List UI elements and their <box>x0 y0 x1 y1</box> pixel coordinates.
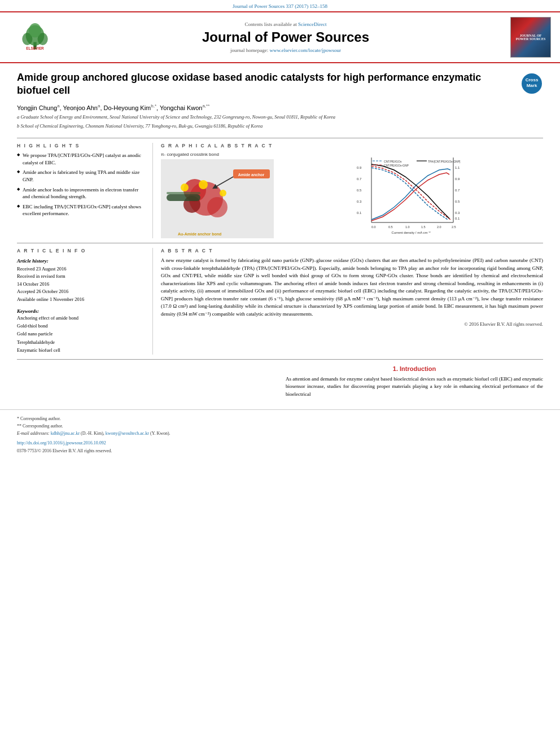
highlight-item-1: We propose TPA/[CNT/PEI/GOx-GNP] catalys… <box>17 152 145 166</box>
svg-text:0.9: 0.9 <box>357 166 362 169</box>
article-info-left: A R T I C L E I N F O Article history: R… <box>17 248 152 355</box>
keyword-5: Enzymatic biofuel cell <box>17 346 145 354</box>
highlight-item-2: Amide anchor is fabricated by using TPA … <box>17 169 145 183</box>
svg-text:0.3: 0.3 <box>455 211 460 215</box>
svg-text:0.5: 0.5 <box>357 189 362 192</box>
revised-label: Received in revised form <box>17 273 145 281</box>
ga-label: π- conjugated crosslink bond <box>161 152 350 157</box>
journal-citation: Journal of Power Sources 337 (2017) 152–… <box>233 3 327 9</box>
author-yongchai: Yongchai Kwon <box>160 104 202 111</box>
keyword-3: Gold nano particle <box>17 330 145 338</box>
elsevier-logo: ELSEVIER <box>18 23 52 52</box>
svg-text:0.5: 0.5 <box>388 225 393 229</box>
keyword-2: Gold-thiol bond <box>17 322 145 330</box>
science-direct-link[interactable]: ScienceDirect <box>298 21 326 27</box>
received-date: Received 23 August 2016 <box>17 265 145 273</box>
svg-text:TPA/[CNT/PEI/GOx-GNP]: TPA/[CNT/PEI/GOx-GNP] <box>428 160 461 163</box>
article-info-heading: A R T I C L E I N F O <box>17 248 145 254</box>
email-label: E-mail addresses: <box>17 431 50 436</box>
highlights-heading: H I G H L I G H T S <box>17 143 145 148</box>
author-do-heyoung: Do-Heyoung Kim <box>104 104 151 111</box>
svg-text:2.5: 2.5 <box>452 225 456 229</box>
ga-diagram-svg: Amide anchor Au-Amide anchor bond <box>161 159 274 238</box>
doi-link: http://dx.doi.org/10.1016/j.jpowsour.201… <box>17 440 543 447</box>
journal-header: ELSEVIER Contents lists available at Sci… <box>0 11 560 63</box>
email1-link[interactable]: kdhh@jnu.ac.kr <box>51 431 80 436</box>
email1-name: (D.-H. Kim), <box>81 431 104 436</box>
svg-point-17 <box>199 180 208 189</box>
keywords-list: Anchoring effect of amide bond Gold-thio… <box>17 314 145 355</box>
top-bar: Journal of Power Sources 337 (2017) 152–… <box>0 0 560 11</box>
article-title: Amide group anchored glucose oxidase bas… <box>17 71 510 98</box>
corresponding-1: * Corresponding author. <box>17 416 543 423</box>
authors: Yongjin Chunga, Yeonjoo Ahna, Do-Heyoung… <box>17 103 510 111</box>
keyword-4: Terephthalaldehyde <box>17 338 145 346</box>
email2-link[interactable]: kwony@seoultech.ac.kr <box>106 431 149 436</box>
abstract-heading: A B S T R A C T <box>161 248 543 254</box>
elsevier-logo-area: ELSEVIER <box>7 17 63 58</box>
page: Journal of Power Sources 337 (2017) 152–… <box>0 0 560 747</box>
svg-text:0.7: 0.7 <box>455 189 460 192</box>
crossmark-badge: Cross Mark <box>520 72 543 96</box>
svg-text:Cross: Cross <box>526 77 539 82</box>
svg-text:CNT/PEI/GOx-GNP: CNT/PEI/GOx-GNP <box>384 164 409 167</box>
svg-text:0.3: 0.3 <box>357 200 362 203</box>
intro-columns: 1. Introduction As attention and demands… <box>17 365 543 399</box>
author-yongjin: Yongjin Chung <box>17 104 57 111</box>
svg-text:Current density / mA cm⁻²: Current density / mA cm⁻² <box>391 231 430 234</box>
journal-url[interactable]: www.elsevier.com/locate/jpowsour <box>270 47 341 53</box>
svg-text:1.1: 1.1 <box>455 166 460 169</box>
graphical-abstract-section: G R A P H I C A L A B S T R A C T π- con… <box>152 143 543 238</box>
svg-text:1.5: 1.5 <box>421 225 426 229</box>
highlight-item-4: EBC including TPA/[CNT/PEI/GOx-GNP] cata… <box>17 203 145 217</box>
abstract-section: A B S T R A C T A new enzyme catalyst is… <box>152 248 543 355</box>
svg-text:Au-Amide anchor bond: Au-Amide anchor bond <box>178 232 221 236</box>
highlight-item-3: Amide anchor leads to improvements in el… <box>17 186 145 200</box>
ga-chart-svg: 0.9 0.7 0.5 0.3 0.1 1.1 0.9 0.7 0.5 0.3 … <box>355 152 465 237</box>
journal-cover-image: JOURNAL OF POWER SOURCES <box>510 17 551 58</box>
svg-point-16 <box>181 184 189 191</box>
svg-rect-23 <box>355 152 465 237</box>
svg-rect-15 <box>167 192 200 194</box>
contents-available: Contents lists available at ScienceDirec… <box>245 21 327 27</box>
ga-image-area: π- conjugated crosslink bond <box>161 152 350 238</box>
graphical-abstract-content: π- conjugated crosslink bond <box>161 152 543 238</box>
journal-cover-area: JOURNAL OF POWER SOURCES <box>508 17 553 58</box>
introduction-section: 1. Introduction As attention and demands… <box>0 360 560 404</box>
svg-text:2.0: 2.0 <box>437 225 441 229</box>
svg-rect-14 <box>167 194 200 201</box>
keywords-label: Keywords: <box>17 308 145 314</box>
graphical-abstract-heading: G R A P H I C A L A B S T R A C T <box>161 143 543 148</box>
journal-title: Journal of Power Sources <box>202 29 369 45</box>
svg-text:0.7: 0.7 <box>357 177 362 181</box>
svg-text:0.0: 0.0 <box>371 225 376 229</box>
doi-anchor[interactable]: http://dx.doi.org/10.1016/j.jpowsour.201… <box>17 440 106 445</box>
intro-col-right: 1. Introduction As attention and demands… <box>286 365 543 399</box>
article-title-section: Amide group anchored glucose oxidase bas… <box>0 63 560 138</box>
revised-date: 14 October 2016 <box>17 281 145 289</box>
affiliation-a: a Graduate School of Energy and Environm… <box>17 114 510 121</box>
abstract-text: A new enzyme catalyst is formed by fabri… <box>161 257 543 318</box>
svg-point-18 <box>220 190 226 196</box>
svg-text:ELSEVIER: ELSEVIER <box>26 46 44 50</box>
keyword-1: Anchoring effect of amide bond <box>17 314 145 322</box>
footer-notes: * Corresponding author. ** Corresponding… <box>17 416 543 455</box>
svg-text:CNT/PEI/GOx: CNT/PEI/GOx <box>384 160 402 163</box>
author-yeonjoo: Yeonjoo Ahn <box>63 104 98 111</box>
ga-image: Amide anchor Au-Amide anchor bond <box>161 159 274 238</box>
svg-text:0.5: 0.5 <box>455 200 460 203</box>
article-info-abstract: A R T I C L E I N F O Article history: R… <box>0 243 560 359</box>
copyright: © 2016 Elsevier B.V. All rights reserved… <box>161 321 543 327</box>
corresponding-2: ** Corresponding author. <box>17 423 543 430</box>
highlights-list: We propose TPA/[CNT/PEI/GOx-GNP] catalys… <box>17 152 145 217</box>
elsevier-tree-icon: ELSEVIER <box>18 23 52 51</box>
accepted-date: Accepted 26 October 2016 <box>17 288 145 296</box>
email2-name: (Y. Kwon). <box>150 431 170 436</box>
svg-text:1.0: 1.0 <box>405 225 410 229</box>
email-line: E-mail addresses: kdhh@jnu.ac.kr (D.-H. … <box>17 430 543 438</box>
available-date: Available online 1 November 2016 <box>17 296 145 304</box>
issn: 0378-7753/© 2016 Elsevier B.V. All right… <box>17 448 543 455</box>
highlights-section: H I G H L I G H T S We propose TPA/[CNT/… <box>17 143 152 238</box>
history-label: Article history: <box>17 257 145 265</box>
intro-heading: 1. Introduction <box>286 365 543 372</box>
